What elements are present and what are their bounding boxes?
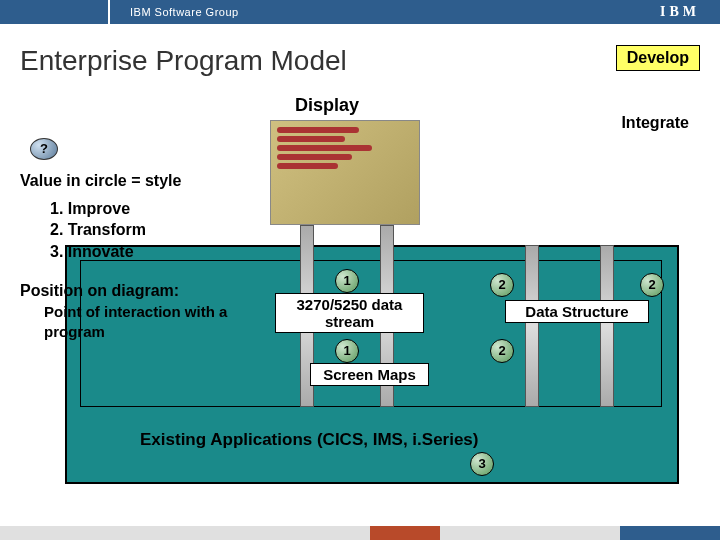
circle-2-mid: 2 [490,273,514,297]
legend-position-body: Point of interaction with a program [20,302,254,343]
data-structure-box: Data Structure [505,300,649,323]
screen-maps-box: Screen Maps [310,363,429,386]
existing-apps-label: Existing Applications (CICS, IMS, i.Seri… [140,430,479,450]
circle-2-bottom: 2 [490,339,514,363]
top-bar-title: IBM Software Group [110,6,239,18]
data-stream-box: 3270/5250 data stream [275,293,424,333]
legend-item-3: 3. Innovate [20,241,254,263]
display-label: Display [295,95,359,116]
legend-position-header: Position on diagram: [20,280,254,302]
legend-item-1: 1. Improve [20,198,254,220]
circle-3: 3 [470,452,494,476]
footer-bar [0,526,720,540]
pillar [525,245,539,407]
top-bar: IBM Software Group [0,0,720,24]
top-bar-accent [0,0,110,24]
ibm-logo: IBM [660,4,700,20]
integrate-label: Integrate [610,110,700,136]
legend-header: Value in circle = style [20,170,254,192]
pillar [600,245,614,407]
circle-1-bottom: 1 [335,339,359,363]
legend: Value in circle = style 1. Improve 2. Tr… [20,170,254,342]
page-title: Enterprise Program Model [20,45,347,77]
question-circle: ? [30,138,58,160]
circle-2-right: 2 [640,273,664,297]
develop-button[interactable]: Develop [616,45,700,71]
display-screenshot [270,120,420,225]
circle-1-top: 1 [335,269,359,293]
legend-item-2: 2. Transform [20,219,254,241]
